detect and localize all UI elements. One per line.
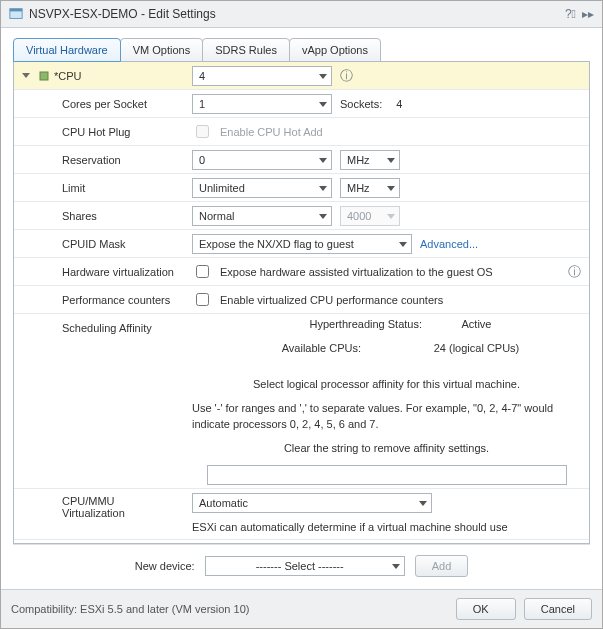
add-button: Add — [415, 555, 469, 577]
dialog-title: NSVPX-ESX-DEMO - Edit Settings — [29, 7, 559, 21]
footer: Compatibility: ESXi 5.5 and later (VM ve… — [1, 589, 602, 628]
perf-counters-checkbox[interactable] — [196, 293, 209, 306]
reservation-unit-select[interactable]: MHz — [340, 150, 400, 170]
tabs: Virtual Hardware VM Options SDRS Rules v… — [13, 38, 590, 62]
new-device-select[interactable]: ------- Select ------- — [205, 556, 405, 576]
tab-sdrs-rules[interactable]: SDRS Rules — [202, 38, 290, 62]
cpu-hot-add-checkbox — [196, 125, 209, 138]
limit-unit-select[interactable]: MHz — [340, 178, 400, 198]
cores-per-socket-select[interactable]: 1 — [192, 94, 332, 114]
avail-cpus-value: 24 (logical CPUs) — [434, 341, 520, 357]
sched-affinity-label: Scheduling Affinity — [14, 314, 192, 338]
new-device-label: New device: — [135, 560, 195, 572]
cpummu-select[interactable]: Automatic — [192, 493, 432, 513]
perf-counters-text: Enable virtualized CPU performance count… — [220, 294, 443, 306]
tab-vm-options[interactable]: VM Options — [120, 38, 203, 62]
shares-label: Shares — [14, 206, 192, 226]
hw-virt-label: Hardware virtualization — [14, 262, 192, 282]
cpuid-mask-select[interactable]: Expose the NX/XD flag to guest — [192, 234, 412, 254]
hw-virt-text: Expose hardware assisted virtualization … — [220, 266, 493, 278]
ht-status-label: Hyperthreading Status: — [310, 317, 450, 333]
advance-icon[interactable]: ▸▸ — [582, 7, 594, 21]
compatibility-text: Compatibility: ESXi 5.5 and later (VM ve… — [11, 603, 448, 615]
perf-counters-label: Performance counters — [14, 290, 192, 310]
reservation-select[interactable]: 0 — [192, 150, 332, 170]
vm-window-icon — [9, 7, 23, 21]
cpu-hot-add-text: Enable CPU Hot Add — [220, 126, 323, 138]
avail-cpus-label: Available CPUs: — [282, 341, 422, 357]
sockets-label: Sockets: — [340, 98, 382, 110]
cpummu-label: CPU/MMU Virtualization — [14, 489, 192, 523]
sched-desc-2: Use '-' for ranges and ',' to separate v… — [192, 401, 581, 433]
cpu-hot-plug-label: CPU Hot Plug — [14, 122, 192, 142]
reservation-label: Reservation — [14, 150, 192, 170]
limit-label: Limit — [14, 178, 192, 198]
ht-status-value: Active — [462, 317, 492, 333]
cpuid-mask-label: CPUID Mask — [14, 234, 192, 254]
cancel-button[interactable]: Cancel — [524, 598, 592, 620]
cpu-section-header: *CPU 4 ⓘ — [14, 62, 589, 90]
shares-select[interactable]: Normal — [192, 206, 332, 226]
shares-value-stepper: 4000 — [340, 206, 400, 226]
tab-vapp-options[interactable]: vApp Options — [289, 38, 381, 62]
sched-desc-3: Clear the string to remove affinity sett… — [284, 441, 489, 457]
info-icon[interactable]: ⓘ — [568, 263, 581, 281]
cpuid-advanced-link[interactable]: Advanced... — [420, 238, 478, 250]
hw-virt-checkbox[interactable] — [196, 265, 209, 278]
titlebar: NSVPX-ESX-DEMO - Edit Settings ?⃝ ▸▸ — [1, 1, 602, 28]
tab-virtual-hardware[interactable]: Virtual Hardware — [13, 38, 121, 62]
limit-select[interactable]: Unlimited — [192, 178, 332, 198]
sockets-value: 4 — [396, 98, 402, 110]
new-device-bar: New device: ------- Select ------- Add — [13, 544, 590, 581]
affinity-input[interactable] — [207, 465, 567, 485]
svg-rect-1 — [10, 9, 22, 12]
info-icon[interactable]: ⓘ — [340, 67, 353, 85]
cpu-icon — [38, 70, 50, 82]
cpu-count-select[interactable]: 4 — [192, 66, 332, 86]
cpummu-desc: ESXi can automatically determine if a vi… — [192, 521, 508, 533]
cpu-label: *CPU — [54, 70, 82, 82]
hardware-panel: *CPU 4 ⓘ Cores per Socket 1 Sockets: 4 C… — [13, 61, 590, 544]
help-icon[interactable]: ?⃝ — [565, 7, 576, 21]
cores-per-socket-label: Cores per Socket — [14, 94, 192, 114]
svg-rect-2 — [40, 72, 48, 80]
ok-button[interactable]: OK — [456, 598, 516, 620]
edit-settings-dialog: NSVPX-ESX-DEMO - Edit Settings ?⃝ ▸▸ Vir… — [0, 0, 603, 629]
sched-desc-1: Select logical processor affinity for th… — [253, 377, 520, 393]
disclosure-triangle-icon[interactable] — [22, 73, 30, 78]
